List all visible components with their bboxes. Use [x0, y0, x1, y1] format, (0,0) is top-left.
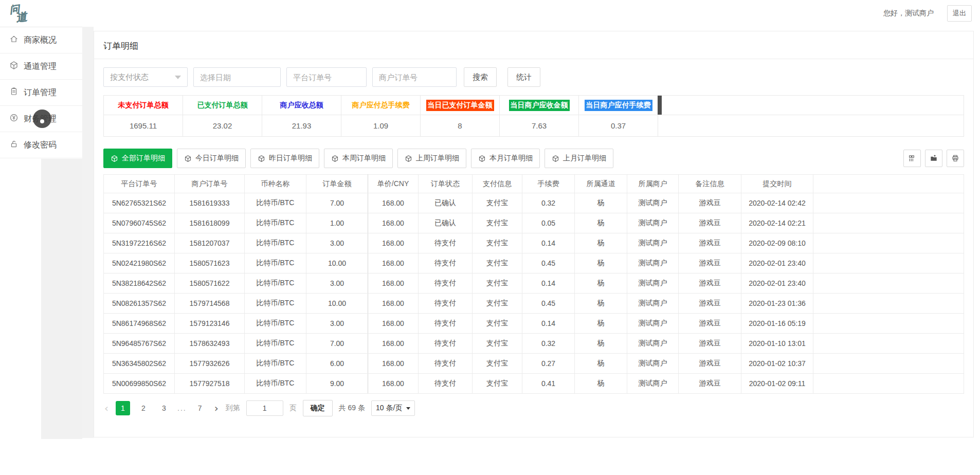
table-cell: 168.00	[368, 374, 419, 394]
table-cell: 2020-02-14 02:21	[741, 213, 813, 233]
clipboard-icon	[9, 87, 19, 98]
table-cell: 1579714568	[175, 294, 245, 314]
column-header-手续费: 手续费	[522, 175, 575, 193]
tab-今日订单明细[interactable]: 今日订单明细	[177, 149, 246, 168]
print-button[interactable]	[947, 150, 964, 167]
summary-value: 0.37	[579, 115, 658, 137]
tab-昨日订单明细[interactable]: 昨日订单明细	[250, 149, 319, 168]
table-cell: 5N31972216S62	[104, 233, 175, 253]
confirm-button[interactable]: 确定	[303, 400, 333, 416]
column-header-订单状态: 订单状态	[419, 175, 473, 193]
summary-value: 1695.11	[104, 115, 183, 137]
summary-label: 已支付订单总额	[183, 96, 262, 115]
table-cell: 游戏豆	[679, 193, 741, 213]
search-button[interactable]: 搜索	[464, 67, 497, 87]
table-cell-filler	[813, 273, 964, 294]
table-cell: 2020-02-14 02:42	[741, 193, 813, 213]
summary-label: 未支付订单总额	[104, 96, 183, 115]
chevron-left-icon[interactable]: ‹	[103, 403, 110, 413]
table-cell: 168.00	[368, 294, 419, 314]
table-cell: 测试商户	[627, 314, 679, 334]
column-header-商户订单号: 商户订单号	[175, 175, 245, 193]
table-cell: 2020-01-16 05:19	[741, 314, 813, 334]
tab-上周订单明细[interactable]: 上周订单明细	[397, 149, 466, 168]
column-header-所属商户: 所属商户	[627, 175, 679, 193]
tab-全部订单明细[interactable]: 全部订单明细	[103, 149, 172, 168]
page-number-2[interactable]: 2	[136, 401, 151, 415]
payment-status-select[interactable]: 按支付状态	[103, 67, 188, 87]
table-cell: 测试商户	[627, 233, 679, 253]
table-cell: 10.00	[306, 294, 368, 314]
table-cell: 支付宝	[473, 374, 522, 394]
table-cell: 0.45	[522, 253, 575, 273]
summary-label: 商户应付总手续费	[341, 96, 421, 115]
table-cell: 比特币/BTC	[245, 334, 306, 354]
top-bar: 问 道 您好，测试商户 退出	[0, 0, 980, 27]
table-cell: 比特币/BTC	[245, 193, 306, 213]
table-cell: 测试商户	[627, 213, 679, 233]
table-cell: 1579123146	[175, 314, 245, 334]
chevron-right-icon[interactable]: ›	[213, 403, 220, 413]
table-cell-filler	[813, 193, 964, 213]
cube-icon	[331, 155, 339, 162]
sidebar-item-3[interactable]: 订单管理	[0, 80, 82, 106]
order-status: 待支付	[419, 374, 473, 394]
cube-icon	[9, 61, 19, 72]
table-cell: 2020-01-02 10:37	[741, 354, 813, 374]
page-number-1[interactable]: 1	[116, 401, 130, 415]
summary-filler-cell	[658, 115, 964, 137]
page-size-select[interactable]: 10 条/页	[371, 400, 415, 416]
platform-order-input[interactable]	[286, 67, 367, 87]
tab-本月订单明细[interactable]: 本月订单明细	[471, 149, 540, 168]
tab-本周订单明细[interactable]: 本周订单明细	[324, 149, 393, 168]
sidebar-item-5[interactable]: 修改密码	[0, 132, 82, 158]
page-number-7[interactable]: 7	[193, 401, 207, 415]
date-picker-input[interactable]	[193, 67, 281, 87]
table-cell: 支付宝	[473, 273, 522, 294]
table-cell: 5N96485767S62	[104, 334, 175, 354]
table-cell: 1577927518	[175, 374, 245, 394]
table-row: 5N96485767S621578632493比特币/BTC7.00168.00…	[104, 334, 964, 354]
columns-button[interactable]	[903, 150, 921, 167]
sidebar-item-2[interactable]: 通道管理	[0, 53, 82, 80]
goto-prefix: 到第	[226, 404, 240, 413]
tab-label: 本月订单明细	[489, 154, 533, 163]
tab-上月订单明细[interactable]: 上月订单明细	[545, 149, 613, 168]
table-cell: 1578632493	[175, 334, 245, 354]
page-number-3[interactable]: 3	[157, 401, 171, 415]
table-cell: 支付宝	[473, 294, 522, 314]
table-cell: 5N62765321S62	[104, 193, 175, 213]
table-cell: 9.00	[306, 374, 368, 394]
table-cell: 2020-02-01 23:40	[741, 273, 813, 294]
merchant-order-input[interactable]	[372, 67, 457, 87]
table-cell: 168.00	[368, 253, 419, 273]
table-cell: 10.00	[306, 253, 368, 273]
column-header-平台订单号: 平台订单号	[104, 175, 175, 193]
sidebar-item-1[interactable]: 商家概况	[0, 27, 82, 53]
table-cell: 5N86174968S62	[104, 314, 175, 334]
scrollbar-thumb[interactable]	[658, 96, 662, 115]
export-icon	[930, 154, 938, 162]
summary-value: 23.02	[183, 115, 262, 137]
goto-page-input[interactable]	[246, 400, 283, 416]
order-status: 已确认	[419, 213, 473, 233]
table-cell: 1577932626	[175, 354, 245, 374]
table-cell: 测试商户	[627, 253, 679, 273]
table-cell: 0.32	[522, 193, 575, 213]
logout-button[interactable]: 退出	[947, 5, 972, 22]
statistics-button[interactable]: 统计	[507, 67, 540, 87]
table-cell: 3.00	[306, 314, 368, 334]
columns-icon	[908, 154, 916, 162]
export-button[interactable]	[925, 150, 942, 167]
table-cell: 测试商户	[627, 334, 679, 354]
table-cell: 测试商户	[627, 273, 679, 294]
table-toolbar	[903, 150, 964, 167]
order-status: 已确认	[419, 193, 473, 213]
summary-value: 8	[421, 115, 500, 137]
column-header-支付信息: 支付信息	[473, 175, 522, 193]
payment-status-placeholder: 按支付状态	[110, 72, 149, 82]
page-title: 订单明细	[94, 31, 973, 59]
table-cell: 1581207037	[175, 233, 245, 253]
table-cell-filler	[813, 354, 964, 374]
table-row: 5N31972216S621581207037比特币/BTC3.00168.00…	[104, 233, 964, 253]
